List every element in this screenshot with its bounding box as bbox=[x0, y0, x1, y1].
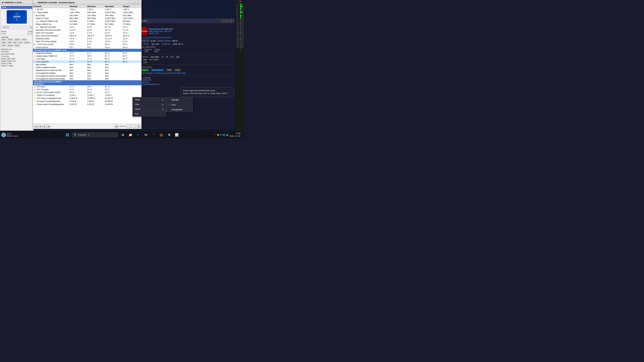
core-e11-row: E11 bbox=[236, 24, 244, 26]
row-mag-orajel[interactable]: ▶ ○ Mag órajelek 1,987.5 MHz 800.0 MHz 6… bbox=[33, 11, 142, 14]
store-button[interactable]: 🛍 bbox=[142, 131, 150, 138]
tray-up-arrow[interactable]: ^ bbox=[216, 134, 216, 136]
feat-eist: EIST bbox=[1, 44, 6, 47]
core-bars-panel: Core Akt P0 P1 P2 P3 P4 bbox=[236, 0, 244, 131]
row-core-max[interactable]: 🌡 Core maximum 14 °C 14 °C 54 °C 20 °C bbox=[33, 60, 142, 63]
group-enhanced-header[interactable]: CPU [#0]: Intel Core i9-14900KF: Enhance… bbox=[33, 80, 142, 85]
cell-min-7: 8.8 % bbox=[87, 29, 105, 31]
prop-ring-clock: Ring/LLC Órajel bbox=[1, 65, 32, 67]
sysinfo-minimize[interactable]: ─ bbox=[221, 19, 224, 22]
row-csomag-hof[interactable]: ○ Csomag/gyűrűs hőfojtás Nem Nem Nem bbox=[33, 72, 142, 75]
maximize-button[interactable]: □ bbox=[131, 1, 135, 4]
add-core-button[interactable]: + bbox=[236, 48, 244, 52]
minimize-button[interactable]: ─ bbox=[126, 1, 131, 4]
start-button[interactable] bbox=[64, 131, 71, 138]
menu-help[interactable]: Help ▶ bbox=[133, 102, 166, 107]
submenu-unregulated[interactable]: ✓ Unregulated bbox=[166, 107, 193, 112]
row-alapfelh[interactable]: ○ Alapfelhasználás 1.0 % 0.0 % 111.2 % 2… bbox=[33, 37, 142, 40]
files-icon: 📁 bbox=[129, 133, 132, 137]
row-mag-hofojtas[interactable]: ○ Mag hőfojtás Nem Nem Nem bbox=[33, 63, 142, 66]
submenu-cryo[interactable]: ✓ Cryo bbox=[166, 102, 193, 107]
nav-back-button[interactable]: ◄ bbox=[34, 124, 38, 128]
row-enh-ia-magok[interactable]: 🌡 CPU IA magok 14 °C 14 °C 53 °C bbox=[33, 88, 142, 91]
toolbar-doc-btn[interactable]: 📄 bbox=[132, 124, 136, 128]
menu-exit[interactable]: Exit bbox=[133, 112, 166, 116]
group-dts-header[interactable]: CPU [#0]: Intel Core i9-14900KF: DTS bbox=[33, 49, 142, 52]
core-e18-row: E18 bbox=[236, 37, 244, 39]
clock-shader-block: Shader 22.0 bbox=[154, 48, 160, 52]
row-tjmax[interactable]: 🌡 Alaptávolság a TjMAX-tól 87 °C 46 °C 9… bbox=[33, 55, 142, 57]
taskview-button[interactable]: ⊞ bbox=[119, 131, 126, 138]
feat-dep: DEP bbox=[13, 41, 18, 44]
row-teljes-kihaszn[interactable]: ○ Teljes CPU kihasználtság 1.0 % 0.7 % 1… bbox=[33, 40, 142, 43]
row-atlagos-eff[interactable]: ○ Átlagos effektív óra 34.3 MHz 27.9 MHz… bbox=[33, 23, 142, 26]
nav-fwd-button[interactable]: ► bbox=[42, 124, 46, 128]
row-alapveto-haszn[interactable]: ▶ ○ Alapvető használat 1.3 % 0.0 % 61.1 … bbox=[33, 26, 142, 29]
pcore-value: 8 / 16 bbox=[28, 31, 32, 32]
row-teljes-cpu[interactable]: ○ Teljes CPU használat 1.3 % 0.7 % 9.3 %… bbox=[33, 31, 142, 34]
cell-dts-avg-3: 20 °C bbox=[122, 61, 140, 63]
app7-button[interactable]: 🖥 bbox=[166, 131, 172, 138]
weather-widget[interactable]: ☀ 11°C Időnként napos bbox=[1, 133, 18, 137]
cell-max-6: 61.1 % bbox=[105, 26, 123, 28]
row-igeny[interactable]: ○ Igény szerinti óramoduláció 100.0 % 10… bbox=[33, 34, 142, 37]
sysinfo-close[interactable]: ✕ bbox=[230, 19, 233, 22]
row-enh-cpu-teljes[interactable]: 🌡 CPU teljes 17 °C 16 °C 53 °C bbox=[33, 85, 142, 88]
app6-button[interactable]: 💼 bbox=[158, 131, 165, 138]
hwinfo-taskbar-button[interactable]: 📊 bbox=[173, 131, 180, 138]
sysinfo-maximize[interactable]: □ bbox=[225, 19, 229, 22]
edge-button[interactable]: e bbox=[135, 131, 142, 138]
cell-min-13: 8.0 x bbox=[87, 46, 105, 48]
row-maghom[interactable]: 🌡 Maghőmérsékletek 13 °C 9 °C 54 °C 16 °… bbox=[33, 52, 142, 55]
cell-avg-4: 60.3 MHz bbox=[122, 20, 140, 22]
row-alapveto[interactable]: ▶ ○ Alapvető effektív órák 26.6 MHz 0.4 … bbox=[33, 20, 142, 23]
taskbar-clock[interactable]: 13:55 2023. 11. 08. bbox=[230, 132, 240, 137]
row-ring[interactable]: ○ Ring/LLC Órajel 800.0 MHz 800.0 MHz 5,… bbox=[33, 17, 142, 20]
row-csomag-krit[interactable]: ○ Csomag/gyűrűs kritikus hőmérséklete Ne… bbox=[33, 75, 142, 77]
nav-fwd2-button[interactable]: ► bbox=[47, 124, 51, 128]
cpu-id-row: CPU #0 bbox=[1, 25, 32, 30]
row-cpu-energia[interactable]: ⚡ CPU teljes energiafogyasztás 15.841 W … bbox=[33, 97, 142, 100]
cell-cur-13: 8.0 x bbox=[70, 46, 87, 48]
volume-icon[interactable]: 🔊 bbox=[226, 134, 229, 136]
core-e15-label: E15 bbox=[237, 32, 240, 33]
row-kritikus[interactable]: ○ Kritikus maghőmérséklet Nem Nem Nem bbox=[33, 66, 142, 69]
row-busz[interactable]: ○ Busz órajel 100.0 MHz 100.0 MHz 100.0 … bbox=[33, 14, 142, 17]
toolbar-btn-1[interactable]: 🖥 bbox=[114, 124, 118, 128]
row-vddq[interactable]: ⚡ VDDQ TX Feszültség 1.250 V 1.250 V 1.2… bbox=[33, 94, 142, 97]
core-e12-container bbox=[240, 26, 244, 28]
nav-back2-button[interactable]: ◄ bbox=[38, 124, 42, 128]
cpu-line: core bbox=[13, 14, 20, 18]
show-desktop-button[interactable] bbox=[242, 131, 243, 138]
menu-about[interactable]: About ▶ bbox=[133, 107, 166, 111]
row-sa-vid[interactable]: ⚡ SA VID 1.351 V 1.351 V 1.351 V 1.351 V bbox=[33, 8, 142, 11]
cell-enh-cur-5: 5.254 W bbox=[70, 100, 87, 102]
files-button[interactable]: 📁 bbox=[127, 131, 134, 138]
tray-settings-icon[interactable]: ⚙ bbox=[220, 134, 222, 136]
row-cpu-teljes[interactable]: 🌡 CPU teljes 17 °C 17 °C 56 °C 22 °C bbox=[33, 57, 142, 60]
row-magteljes[interactable]: ○ Magteljesítmény határérték túllé... Ne… bbox=[33, 69, 142, 72]
toolbar-gear-btn[interactable]: ⚙ bbox=[137, 124, 141, 128]
sensors-body: ⚡ SA VID 1.351 V 1.351 V 1.351 V 1.351 V… bbox=[33, 8, 142, 124]
teams-button[interactable]: T bbox=[150, 131, 157, 138]
gpu-header: AMD Radeon PowerColor RX 7900 XTX AMD Ra… bbox=[137, 27, 233, 35]
close-button[interactable]: ✕ bbox=[136, 1, 140, 4]
toolbar-clock-btn[interactable]: 🕐 bbox=[126, 124, 131, 128]
submenu-standby[interactable]: ✓ Standby bbox=[166, 97, 193, 102]
tray-notification-icon[interactable]: 🔔 bbox=[217, 134, 219, 136]
row-vr-vcc[interactable]: 🌡 VR VCC Hőmérséklet (SVID) 35 °C 34 °C … bbox=[33, 91, 142, 94]
row-max-szal[interactable]: ○ Maximális CPU/szál használat 12.5 % 8.… bbox=[33, 29, 142, 31]
search-bar[interactable]: 🔍 Keresés B bbox=[72, 132, 118, 137]
row-ia-energia[interactable]: ⚡ IA magok Energiafogyasztás 5.254 W 3.2… bbox=[33, 100, 142, 103]
xmp-val: 1.25 bbox=[144, 61, 147, 63]
row-core-szorzok[interactable]: ▶ ○ Core Clock szorzók 19.9 x 8.0 x 62.0… bbox=[33, 43, 142, 46]
network-icon[interactable]: 🌐 bbox=[222, 134, 225, 136]
row-sys-agent[interactable]: ⚡ System Agent Energiafogyasztás 9.245 W… bbox=[33, 103, 142, 106]
cpu-selector[interactable]: CPU #0 bbox=[1, 26, 32, 29]
row-csomag-telj[interactable]: ○ Csomag/gyűrűs teljesítménykorlátja ...… bbox=[33, 77, 142, 80]
cell-dts-0: 🌡 Maghőmérsékletek bbox=[34, 52, 70, 54]
core-p4-row: P4 bbox=[236, 11, 244, 13]
core-e20-container bbox=[240, 41, 244, 42]
menu-mode[interactable]: Mode ▶ bbox=[133, 97, 166, 102]
row-uncore[interactable]: ○ Uncore Szorzó 8.0 x 8.0 x 51.0 x 16.6 … bbox=[33, 46, 142, 49]
